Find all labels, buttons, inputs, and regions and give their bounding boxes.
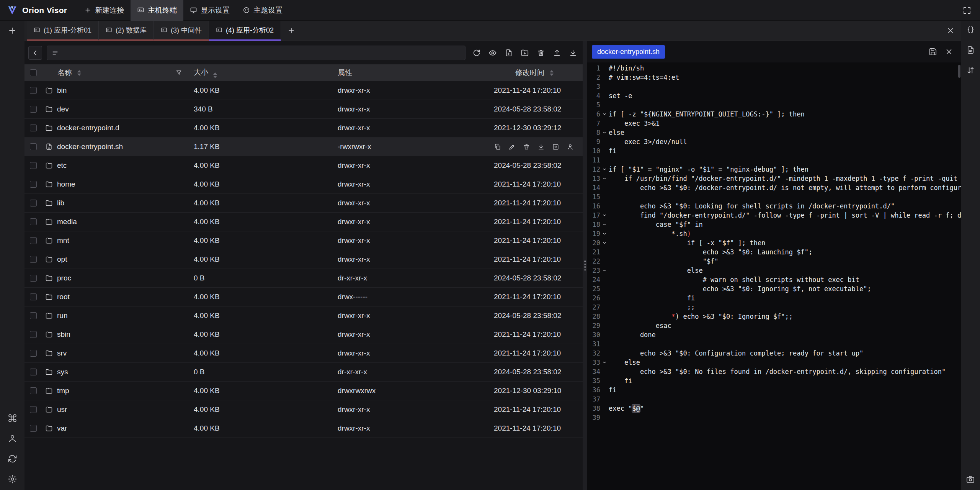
open-icon[interactable] [552,143,559,151]
file-name[interactable]: mnt [57,236,69,245]
file-row-sbin[interactable]: sbin4.00 KBdrwxr-xr-x2021-11-24 17:20:10 [24,325,583,344]
menu-new-connection[interactable]: 新建连接 [78,0,131,21]
sync-icon[interactable] [8,454,17,464]
fold-chevron-icon[interactable] [600,128,609,137]
add-tab-button[interactable] [281,21,302,41]
row-checkbox[interactable] [30,181,37,188]
sort-name-icon[interactable] [77,70,81,76]
terminal-tab-4[interactable]: (4) 应用-分析02 [209,21,281,41]
fullscreen-icon[interactable] [962,6,972,15]
row-checkbox[interactable] [30,237,37,244]
row-checkbox[interactable] [30,200,37,206]
delete-icon[interactable] [537,49,545,57]
file-name[interactable]: opt [57,255,67,264]
file-row-var[interactable]: var4.00 KBdrwxr-xr-x2021-11-24 17:20:10 [24,419,583,438]
filter-icon[interactable] [175,69,182,76]
fold-chevron-icon[interactable] [600,229,609,238]
row-checkbox[interactable] [30,331,37,338]
file-name[interactable]: sbin [57,330,70,339]
fold-chevron-icon[interactable] [600,358,609,367]
row-checkbox[interactable] [30,256,37,263]
command-icon[interactable] [8,413,17,423]
row-checkbox[interactable] [30,293,37,300]
file-row-mnt[interactable]: mnt4.00 KBdrwxr-xr-x2021-11-24 17:20:10 [24,231,583,250]
file-row-docker-entrypoint.d[interactable]: docker-entrypoint.d4.00 KBdrwxr-xr-x2021… [24,119,583,138]
file-row-srv[interactable]: srv4.00 KBdrwxr-xr-x2021-11-24 17:20:10 [24,344,583,363]
refresh-icon[interactable] [472,49,481,57]
fold-chevron-icon[interactable] [600,165,609,174]
sort-mtime-icon[interactable] [550,70,554,76]
file-name[interactable]: tmp [57,387,69,395]
show-hidden-eye-icon[interactable] [488,49,497,57]
terminal-tab-2[interactable]: (2) 数据库 [99,21,154,41]
path-input[interactable] [62,49,461,57]
file-row-lib[interactable]: lib4.00 KBdrwxr-xr-x2021-11-24 17:20:10 [24,194,583,213]
select-all-checkbox[interactable] [30,69,37,76]
fold-chevron-icon[interactable] [600,110,609,119]
file-name[interactable]: docker-entrypoint.d [57,124,119,132]
row-checkbox[interactable] [30,143,37,150]
editor-file-tab[interactable]: docker-entrypoint.sh [592,45,665,59]
settings-gear-icon[interactable] [8,474,17,484]
file-name[interactable]: dev [57,105,69,113]
file-name[interactable]: usr [57,405,67,414]
panel-splitter[interactable] [583,41,587,490]
fold-chevron-icon[interactable] [600,220,609,229]
row-checkbox[interactable] [30,275,37,282]
new-folder-icon[interactable] [521,49,529,57]
column-mtime[interactable]: 修改时间 [515,68,544,78]
screenshot-camera-icon[interactable] [966,475,975,484]
snippets-braces-icon[interactable] [966,25,975,34]
fold-chevron-icon[interactable] [600,238,609,247]
user-icon[interactable] [8,434,17,443]
row-checkbox[interactable] [30,350,37,357]
file-name[interactable]: etc [57,161,67,170]
file-row-home[interactable]: home4.00 KBdrwxr-xr-x2021-11-24 17:20:10 [24,175,583,194]
download-icon[interactable] [537,143,545,151]
row-checkbox[interactable] [30,162,37,169]
terminal-tab-3[interactable]: (3) 中间件 [154,21,209,41]
edit-icon[interactable] [508,143,516,151]
close-icon[interactable] [946,26,955,35]
fold-chevron-icon[interactable] [600,174,609,183]
back-button[interactable] [28,46,42,60]
file-row-run[interactable]: run4.00 KBdrwxr-xr-x2024-05-28 23:58:02 [24,306,583,325]
row-checkbox[interactable] [30,387,37,394]
row-checkbox[interactable] [30,218,37,225]
file-name[interactable]: home [57,180,75,188]
file-row-dev[interactable]: dev340 Bdrwxr-xr-x2024-05-28 23:58:02 [24,100,583,119]
copy-icon[interactable] [494,143,501,151]
file-row-usr[interactable]: usr4.00 KBdrwxr-xr-x2021-11-24 17:20:10 [24,400,583,419]
menu-display-settings[interactable]: 显示设置 [183,0,236,21]
file-name[interactable]: docker-entrypoint.sh [57,143,123,151]
menu-theme-settings[interactable]: 主题设置 [236,0,289,21]
file-row-proc[interactable]: proc0 Bdr-xr-xr-x2024-05-28 23:58:02 [24,269,583,288]
column-size[interactable]: 大小 [194,68,208,76]
file-row-sys[interactable]: sys0 Bdr-xr-xr-x2024-05-28 23:58:02 [24,363,583,382]
row-checkbox[interactable] [30,87,37,94]
document-icon[interactable] [966,46,975,54]
file-row-etc[interactable]: etc4.00 KBdrwxr-xr-x2024-05-28 23:58:02 [24,156,583,175]
new-file-icon[interactable] [505,49,513,57]
transfer-arrows-icon[interactable] [966,66,975,75]
file-name[interactable]: var [57,424,67,433]
row-checkbox[interactable] [30,406,37,413]
file-row-media[interactable]: media4.00 KBdrwxr-xr-x2021-11-24 17:20:1… [24,213,583,231]
code-editor[interactable]: 1#!/bin/sh2# vim:sw=4:ts=4:et34set -e56i… [587,62,961,490]
download-icon[interactable] [569,49,577,57]
file-name[interactable]: proc [57,274,71,282]
file-name[interactable]: media [57,218,77,226]
save-icon[interactable] [929,48,937,56]
row-checkbox[interactable] [30,312,37,319]
file-name[interactable]: bin [57,86,67,95]
fold-chevron-icon[interactable] [600,266,609,275]
row-checkbox[interactable] [30,125,37,131]
file-row-opt[interactable]: opt4.00 KBdrwxr-xr-x2021-11-24 17:20:10 [24,250,583,269]
row-checkbox[interactable] [30,369,37,375]
new-terminal-icon[interactable] [8,26,17,35]
scrollbar-thumb[interactable] [958,65,960,78]
file-name[interactable]: sys [57,368,68,376]
delete-icon[interactable] [523,143,530,151]
row-checkbox[interactable] [30,425,37,432]
column-name[interactable]: 名称 [57,68,72,78]
